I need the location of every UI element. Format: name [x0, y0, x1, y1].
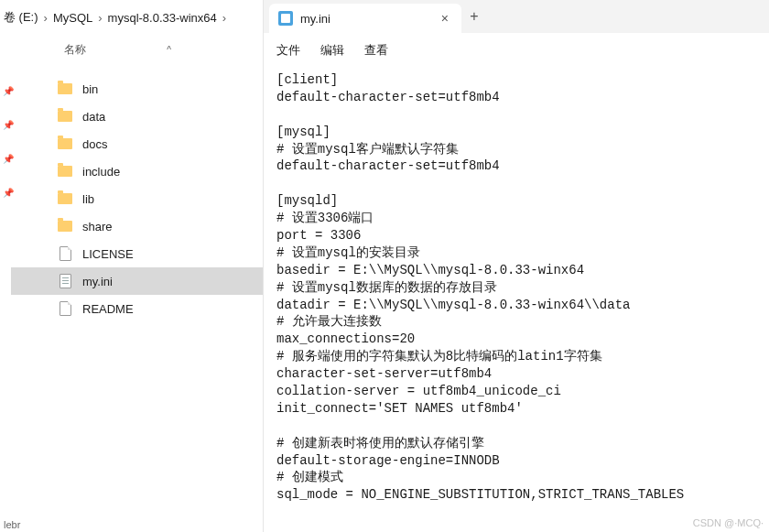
tab-title: my.ini: [300, 12, 438, 26]
file-row[interactable]: include: [11, 157, 263, 185]
editor-content[interactable]: [client] default-character-set=utf8mb4 […: [264, 68, 769, 532]
file-row[interactable]: docs: [11, 130, 263, 157]
file-name: share: [82, 220, 113, 233]
notepad-panel: my.ini × + 文件 编辑 查看 [client] default-cha…: [264, 0, 769, 532]
menu-view[interactable]: 查看: [364, 42, 388, 59]
file-name: include: [82, 165, 120, 179]
editor-menu: 文件 编辑 查看: [264, 33, 769, 68]
folder-icon: [57, 163, 73, 179]
file-name: bin: [82, 82, 98, 96]
pin-icon: 📌: [0, 120, 16, 130]
folder-icon: [57, 218, 73, 234]
folder-icon: [57, 81, 73, 97]
file-icon: [57, 245, 73, 262]
file-row[interactable]: data: [11, 103, 263, 130]
file-row[interactable]: lib: [11, 185, 263, 212]
file-name: docs: [82, 137, 107, 151]
breadcrumb-folder-version[interactable]: mysql-8.0.33-winx64: [108, 11, 217, 25]
breadcrumb-drive[interactable]: 卷 (E:): [4, 9, 38, 26]
menu-edit[interactable]: 编辑: [320, 42, 344, 59]
ini-file-icon: [57, 273, 73, 289]
file-name: lib: [82, 192, 94, 206]
pin-icon: 📌: [0, 86, 16, 96]
notepad-icon: [278, 11, 293, 26]
folder-icon: [57, 108, 73, 125]
chevron-right-icon: ›: [222, 11, 226, 25]
chevron-right-icon: ›: [98, 11, 102, 25]
new-tab-button[interactable]: +: [461, 8, 487, 25]
column-header-name: 名称: [64, 42, 86, 58]
file-name: data: [82, 110, 105, 124]
chevron-right-icon: ›: [44, 11, 48, 25]
file-row[interactable]: LICENSE: [11, 240, 263, 267]
menu-file[interactable]: 文件: [276, 42, 300, 59]
close-icon[interactable]: ×: [438, 11, 452, 26]
file-name: README: [82, 302, 134, 316]
pin-icon: 📌: [0, 188, 16, 198]
pin-icon: 📌: [0, 154, 16, 164]
folder-icon: [57, 136, 73, 152]
file-name: my.ini: [82, 275, 113, 288]
sort-indicator-icon: ^: [167, 45, 171, 55]
tab-file[interactable]: my.ini ×: [269, 4, 461, 33]
file-row[interactable]: bin: [11, 75, 263, 103]
sidebar-text-truncated: lebr: [0, 519, 263, 530]
breadcrumb: 卷 (E:) › MySQL › mysql-8.0.33-winx64 ›: [0, 0, 263, 35]
tab-bar: my.ini × +: [264, 0, 769, 33]
file-row[interactable]: share: [11, 212, 263, 240]
folder-icon: [57, 190, 73, 207]
file-icon: [57, 300, 73, 317]
breadcrumb-folder-mysql[interactable]: MySQL: [53, 11, 92, 25]
file-row[interactable]: README: [11, 295, 263, 322]
file-name: LICENSE: [82, 247, 134, 261]
file-row[interactable]: my.ini: [11, 267, 263, 295]
file-list[interactable]: bindatadocsincludelibshareLICENSEmy.iniR…: [0, 66, 263, 519]
quick-access-pins: 📌 📌 📌 📌: [0, 82, 16, 198]
explorer-panel: 卷 (E:) › MySQL › mysql-8.0.33-winx64 › 名…: [0, 0, 264, 532]
column-header[interactable]: 名称 ^: [0, 35, 263, 66]
